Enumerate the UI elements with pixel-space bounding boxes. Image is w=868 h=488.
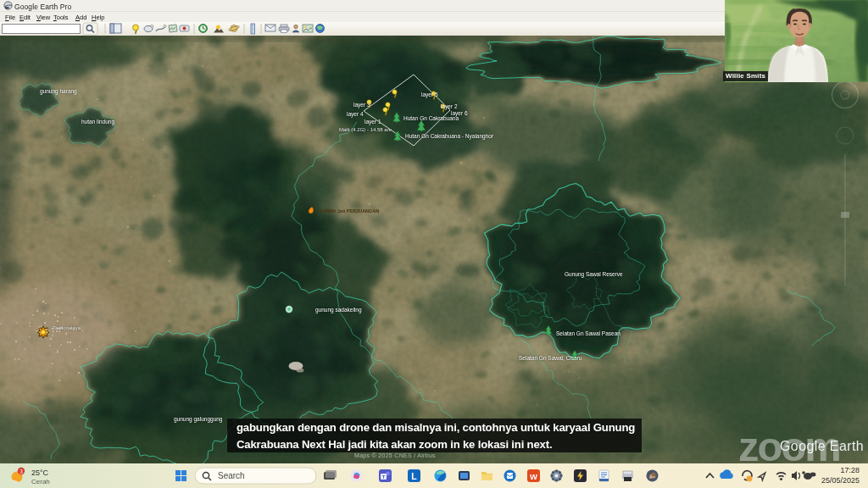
svg-text:Cerah: Cerah bbox=[31, 478, 50, 485]
svg-text:25°C: 25°C bbox=[31, 469, 49, 477]
svg-text:W: W bbox=[530, 472, 537, 481]
svg-text:L: L bbox=[411, 471, 417, 481]
svg-text:Search: Search bbox=[218, 471, 245, 480]
svg-text:T: T bbox=[382, 474, 386, 480]
svg-text:3: 3 bbox=[19, 469, 23, 474]
